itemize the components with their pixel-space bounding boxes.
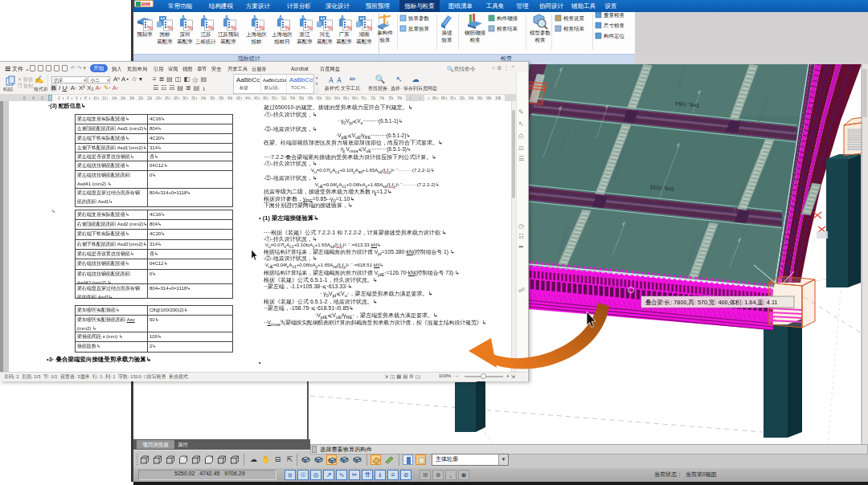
svg-text:%: % bbox=[187, 24, 193, 31]
svg-text:%: % bbox=[307, 24, 313, 31]
svg-text:%: % bbox=[259, 24, 264, 31]
svg-text:%: % bbox=[147, 24, 153, 31]
svg-text:叠合梁:长: 7800,高: 570,宽: 400,体积:: 叠合梁:长: 7800,高: 570,宽: 400,体积: 1.64,重: 4.… bbox=[645, 299, 778, 306]
svg-text:%: % bbox=[167, 24, 173, 31]
svg-text:%: % bbox=[327, 24, 333, 31]
svg-text:%: % bbox=[208, 24, 214, 31]
svg-text:%: % bbox=[231, 24, 236, 31]
svg-text:%: % bbox=[285, 24, 290, 31]
svg-text:%: % bbox=[346, 24, 352, 31]
